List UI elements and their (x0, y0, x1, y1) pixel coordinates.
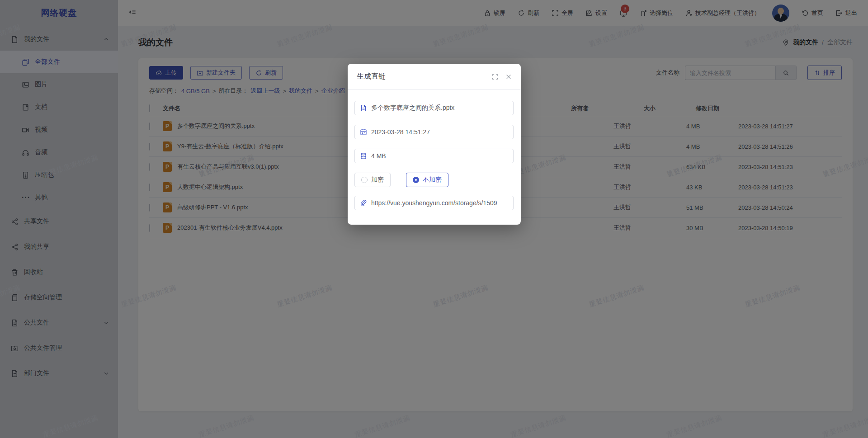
link-size-field[interactable]: 4 MB (354, 149, 514, 163)
generate-link-dialog: 生成直链 多个数字底座之间的关系.pptx 2023-03-28 14:51:2… (348, 64, 521, 225)
dialog-title: 生成直链 (357, 72, 386, 81)
dialog-maximize-icon[interactable] (492, 74, 498, 80)
no-encrypt-radio[interactable]: 不加密 (406, 173, 448, 187)
radio-icon (361, 177, 368, 183)
link-url-field[interactable]: https://vue.youshengyun.com/storage/s/15… (354, 196, 514, 210)
paperclip-icon (360, 199, 367, 207)
dialog-close-icon[interactable] (505, 74, 512, 80)
file-icon (360, 104, 367, 112)
encrypt-radio[interactable]: 加密 (354, 173, 391, 187)
app-root: 网络硬盘 我的文件 全部文件 图片 文档 视频 (0, 0, 868, 438)
link-filename-field[interactable]: 多个数字底座之间的关系.pptx (354, 101, 514, 115)
database-icon (360, 152, 367, 160)
calendar-icon (360, 128, 367, 136)
link-date-field[interactable]: 2023-03-28 14:51:27 (354, 125, 514, 139)
radio-icon (413, 177, 419, 183)
